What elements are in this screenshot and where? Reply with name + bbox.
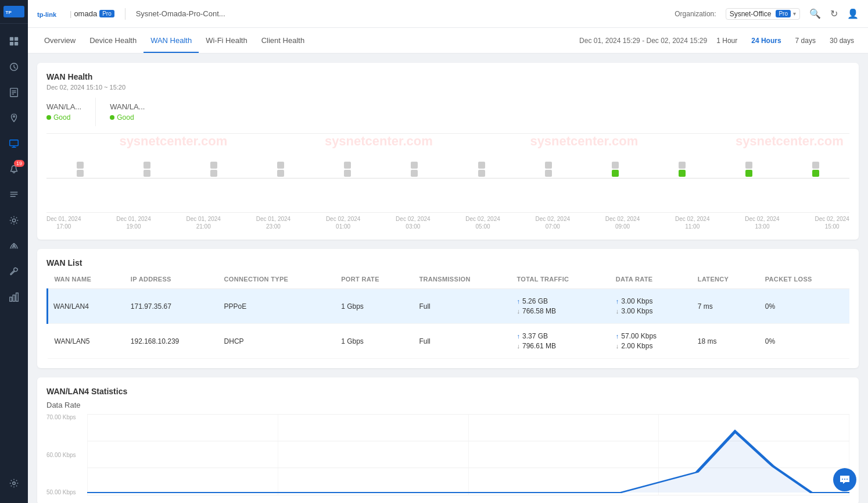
search-icon[interactable]: 🔍	[809, 8, 821, 19]
wan1-status-dot	[46, 115, 51, 120]
table-row[interactable]: WAN/LAN5 192.168.10.239 DHCP 1 Gbps Full…	[48, 324, 850, 359]
sidebar-item-settings[interactable]	[0, 470, 28, 496]
tab-wifi-health[interactable]: Wi-Fi Health	[199, 28, 254, 53]
org-selector[interactable]: Sysnet-Office Pro ▾	[726, 8, 800, 20]
line-chart-svg	[87, 414, 849, 495]
svg-point-18	[12, 219, 15, 222]
sidebar-item-wrench[interactable]	[0, 259, 28, 284]
wan-list-table: WAN NAME IP ADDRESS CONNECTION TYPE PORT…	[46, 270, 849, 359]
tl-col-11	[783, 143, 849, 195]
tab-client-health[interactable]: Client Health	[254, 28, 311, 53]
tab-wan-health[interactable]: WAN Health	[144, 28, 199, 53]
col-ip-address: IP ADDRESS	[124, 270, 217, 289]
y-label-1: 70.00 Kbps	[46, 414, 85, 420]
wan1-name: WAN/LA...	[46, 102, 81, 111]
svg-rect-5	[15, 42, 18, 45]
col-wan-name: WAN NAME	[48, 270, 124, 289]
main-area: tp-link | omada Pro Sysnet-Omada-Pro-Con…	[28, 0, 868, 503]
svg-rect-4	[10, 42, 13, 45]
chevron-down-icon: ▾	[793, 10, 796, 17]
refresh-icon[interactable]: ↻	[830, 8, 838, 19]
time-range-1h[interactable]: 1 Hour	[712, 34, 742, 47]
wan-name-cell: WAN/LAN4	[48, 289, 124, 324]
time-range-label: Dec 01, 2024 15:29 - Dec 02, 2024 15:29	[579, 37, 707, 45]
wan-name-cell: WAN/LAN5	[48, 324, 124, 359]
chart-plot-area	[87, 414, 849, 495]
col-packet-loss: PACKET LOSS	[758, 270, 849, 289]
org-pro-badge: Pro	[776, 10, 791, 17]
sidebar-item-reports[interactable]	[0, 80, 28, 105]
tl-label-0: Dec 01, 202417:00	[46, 215, 81, 230]
sidebar-item-dashboard[interactable]	[0, 28, 28, 54]
port-rate-cell: 1 Gbps	[334, 324, 412, 359]
sidebar-item-devices[interactable]	[0, 131, 28, 156]
tl-label-7: Dec 02, 202407:00	[536, 215, 571, 230]
svg-point-27	[847, 479, 848, 480]
table-row[interactable]: WAN/LAN4 171.97.35.67 PPPoE 1 Gbps Full …	[48, 289, 850, 324]
tabs-right: Dec 01, 2024 15:29 - Dec 02, 2024 15:29 …	[579, 34, 859, 47]
col-port-rate: PORT RATE	[334, 270, 412, 289]
transmission-cell: Full	[412, 289, 510, 324]
tl-label-5: Dec 02, 202403:00	[396, 215, 431, 230]
svg-rect-21	[13, 295, 15, 301]
conn-type-cell: DHCP	[217, 324, 335, 359]
wan2-name: WAN/LA...	[110, 102, 145, 111]
statistics-title: WAN/LAN4 Statistics	[46, 387, 849, 396]
svg-point-26	[844, 479, 845, 480]
svg-text:tp-link: tp-link	[37, 11, 57, 18]
svg-point-25	[842, 479, 843, 480]
tl-label-1: Dec 01, 202419:00	[116, 215, 151, 230]
tl-label-2: Dec 01, 202421:00	[186, 215, 221, 230]
col-connection-type: CONNECTION TYPE	[217, 270, 335, 289]
col-transmission: TRANSMISSION	[412, 270, 510, 289]
time-range-30d[interactable]: 30 days	[825, 34, 859, 47]
wan-health-subtitle: Dec 02, 2024 15:10 ~ 15:20	[46, 84, 849, 91]
sidebar-item-tools[interactable]	[0, 208, 28, 233]
svg-text:TP: TP	[6, 10, 12, 15]
sidebar-item-network[interactable]	[0, 233, 28, 259]
svg-rect-3	[15, 37, 18, 41]
packet-loss-cell: 0%	[758, 289, 849, 324]
sidebar-item-insights[interactable]	[0, 284, 28, 310]
sidebar-item-map[interactable]	[0, 105, 28, 131]
tl-label-10: Dec 02, 202413:00	[745, 215, 780, 230]
tab-device-health[interactable]: Device Health	[83, 28, 144, 53]
wan-list-title: WAN List	[46, 258, 849, 267]
tl-col-0	[46, 143, 113, 195]
svg-rect-2	[10, 37, 13, 41]
y-axis-labels: 70.00 Kbps 60.00 Kbps 50.00 Kbps	[46, 414, 87, 495]
wan-table-header: WAN NAME IP ADDRESS CONNECTION TYPE PORT…	[48, 270, 850, 289]
conn-type-cell: PPPoE	[217, 289, 335, 324]
sidebar: TP 19	[0, 0, 28, 503]
y-label-3: 50.00 Kbps	[46, 489, 85, 495]
tl-col-8	[582, 143, 648, 195]
tl-label-3: Dec 01, 202423:00	[256, 215, 291, 230]
data-rate-chart: 70.00 Kbps 60.00 Kbps 50.00 Kbps	[46, 414, 849, 495]
user-icon[interactable]: 👤	[847, 8, 859, 19]
tl-col-2	[180, 143, 247, 195]
data-rate-cell: ↑3.00 Kbps ↓3.00 Kbps	[609, 289, 691, 324]
wan-list-card: WAN List WAN NAME IP ADDRESS CONNECTION …	[37, 249, 859, 368]
app-title: Sysnet-Omada-Pro-Cont...	[136, 9, 225, 18]
wan-health-title: WAN Health	[46, 72, 849, 81]
sidebar-nav: 19	[0, 24, 28, 470]
wan-statistics-card: WAN/LAN4 Statistics Data Rate 70.00 Kbps…	[37, 377, 859, 503]
tl-col-1	[113, 143, 180, 195]
sidebar-item-statistics[interactable]	[0, 54, 28, 80]
chat-bubble[interactable]	[833, 468, 856, 491]
tabs-bar: Overview Device Health WAN Health Wi-Fi …	[28, 28, 868, 53]
wan-list-table-container: WAN NAME IP ADDRESS CONNECTION TYPE PORT…	[46, 270, 849, 359]
time-range-24h[interactable]: 24 Hours	[747, 34, 785, 47]
tl-col-7	[515, 143, 582, 195]
ip-cell: 171.97.35.67	[124, 289, 217, 324]
time-range-7d[interactable]: 7 days	[791, 34, 820, 47]
tl-col-3	[248, 143, 314, 195]
svg-point-11	[13, 116, 15, 117]
sidebar-logo: TP	[0, 0, 28, 24]
sidebar-item-alerts[interactable]: 19	[0, 156, 28, 182]
packet-loss-cell: 0%	[758, 324, 849, 359]
content-area: sysnetcenter.com sysnetcenter.com sysnet…	[28, 53, 868, 503]
sidebar-item-logs[interactable]	[0, 182, 28, 208]
wan-health-card: sysnetcenter.com sysnetcenter.com sysnet…	[37, 63, 859, 240]
tab-overview[interactable]: Overview	[37, 28, 83, 53]
